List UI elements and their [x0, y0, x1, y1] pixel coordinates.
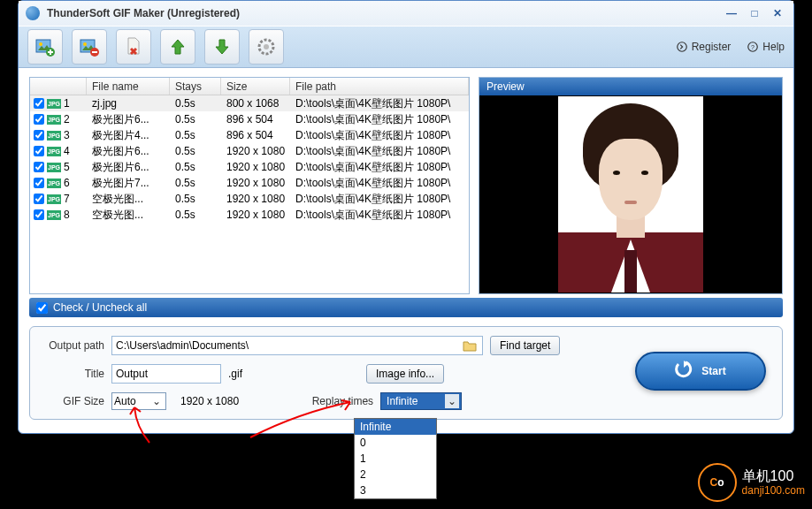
row-checkbox[interactable]: [34, 114, 44, 125]
cell-filepath: D:\tools\桌面\4K壁纸图片 1080P\: [290, 208, 469, 223]
dropdown-option[interactable]: 1: [355, 451, 436, 467]
find-target-button[interactable]: Find target: [490, 336, 560, 355]
check-all-bar[interactable]: Check / Uncheck all: [29, 298, 783, 317]
dropdown-option[interactable]: Infinite: [355, 419, 436, 435]
start-button[interactable]: Start: [635, 352, 766, 391]
check-all-checkbox[interactable]: [36, 302, 48, 314]
cell-filepath: D:\tools\桌面\4K壁纸图片 1080P\: [290, 112, 469, 127]
move-down-button[interactable]: [204, 29, 240, 65]
output-path-field[interactable]: [116, 337, 461, 354]
table-row[interactable]: JPG4极光图片6...0.5s1920 x 1080D:\tools\桌面\4…: [30, 143, 469, 159]
table-row[interactable]: JPG3极光图片4...0.5s896 x 504D:\tools\桌面\4K壁…: [30, 127, 469, 143]
cell-filename: 极光图片4...: [87, 128, 170, 143]
cell-filename: 空极光图...: [87, 192, 170, 207]
cell-size: 896 x 504: [221, 129, 290, 141]
cell-stays: 0.5s: [170, 177, 221, 189]
cell-filepath: D:\tools\桌面\4K壁纸图片 1080P\: [290, 96, 469, 111]
options-panel: Output path Find target Title .gif Image…: [29, 326, 783, 420]
gif-size-dims: 1920 x 1080: [180, 395, 239, 407]
title-label: Title: [41, 368, 104, 380]
col-size[interactable]: Size: [221, 78, 290, 95]
preview-label: Preview: [479, 78, 782, 95]
move-up-button[interactable]: [160, 29, 195, 65]
cell-stays: 0.5s: [170, 193, 221, 205]
cell-stays: 0.5s: [170, 145, 221, 157]
table-row[interactable]: JPG2极光图片6...0.5s896 x 504D:\tools\桌面\4K壁…: [30, 111, 469, 127]
output-path-label: Output path: [41, 339, 104, 352]
jpg-icon: JPG: [47, 147, 61, 156]
table-row[interactable]: JPG1zj.jpg0.5s800 x 1068D:\tools\桌面\4K壁纸…: [30, 95, 469, 111]
add-image-button[interactable]: [27, 29, 63, 65]
preview-image: [479, 95, 782, 293]
cell-size: 1920 x 1080: [221, 193, 290, 205]
cell-size: 1920 x 1080: [221, 177, 290, 189]
row-checkbox[interactable]: [34, 194, 44, 204]
svg-point-4: [83, 42, 87, 46]
row-checkbox[interactable]: [34, 178, 44, 188]
settings-button[interactable]: [249, 29, 284, 65]
replay-dropdown[interactable]: Infinite0123: [354, 418, 437, 499]
table-row[interactable]: JPG8空极光图...0.5s1920 x 1080D:\tools\桌面\4K…: [30, 207, 469, 223]
watermark-url: danji100.com: [742, 484, 805, 497]
replay-times-select[interactable]: Infinite⌄: [380, 392, 462, 410]
gif-size-select[interactable]: Auto⌄: [111, 392, 166, 410]
watermark-logo: Co: [698, 463, 737, 502]
row-checkbox[interactable]: [34, 162, 44, 172]
file-list: File name Stays Size File path JPG1zj.jp…: [29, 77, 470, 294]
cell-stays: 0.5s: [170, 97, 221, 110]
gif-size-label: GIF Size: [41, 395, 104, 407]
col-stays[interactable]: Stays: [170, 78, 221, 95]
browse-folder-icon[interactable]: [461, 338, 479, 353]
toolbar: Register ?Help: [19, 26, 793, 68]
jpg-icon: JPG: [47, 194, 61, 204]
cell-filename: zj.jpg: [87, 97, 170, 110]
cell-filepath: D:\tools\桌面\4K壁纸图片 1080P\: [290, 144, 469, 159]
cell-filename: 极光图片6...: [87, 144, 170, 159]
cell-filename: 极光图片7...: [87, 176, 170, 191]
titlebar: ThunderSoft GIF Maker (Unregistered) — □…: [19, 1, 793, 26]
replay-label: Replay times: [304, 395, 373, 407]
register-link[interactable]: Register: [676, 41, 732, 53]
help-link[interactable]: ?Help: [747, 41, 785, 53]
close-button[interactable]: ✕: [769, 7, 786, 19]
title-input[interactable]: [111, 364, 221, 384]
cell-stays: 0.5s: [170, 161, 221, 173]
dropdown-option[interactable]: 0: [355, 435, 436, 451]
minimize-button[interactable]: —: [723, 7, 740, 19]
image-info-button[interactable]: Image info...: [366, 364, 444, 384]
cell-filepath: D:\tools\桌面\4K壁纸图片 1080P\: [290, 160, 469, 175]
cell-stays: 0.5s: [170, 209, 221, 221]
row-checkbox[interactable]: [34, 130, 44, 141]
list-header: File name Stays Size File path: [30, 78, 469, 95]
cell-size: 1920 x 1080: [221, 161, 290, 173]
table-row[interactable]: JPG7空极光图...0.5s1920 x 1080D:\tools\桌面\4K…: [30, 191, 469, 207]
cell-stays: 0.5s: [170, 113, 221, 125]
cell-filename: 极光图片6...: [87, 112, 170, 127]
remove-image-button[interactable]: [72, 29, 107, 65]
delete-file-button[interactable]: [116, 29, 151, 65]
cell-filepath: D:\tools\桌面\4K壁纸图片 1080P\: [290, 192, 469, 207]
table-row[interactable]: JPG6极光图片7...0.5s1920 x 1080D:\tools\桌面\4…: [30, 175, 469, 191]
jpg-icon: JPG: [47, 99, 61, 109]
cell-stays: 0.5s: [170, 129, 221, 141]
jpg-icon: JPG: [47, 115, 61, 125]
cell-filepath: D:\tools\桌面\4K壁纸图片 1080P\: [290, 128, 469, 143]
row-checkbox[interactable]: [34, 98, 44, 109]
table-row[interactable]: JPG5极光图片6...0.5s1920 x 1080D:\tools\桌面\4…: [30, 159, 469, 175]
cell-filepath: D:\tools\桌面\4K壁纸图片 1080P\: [290, 176, 469, 191]
watermark-cn: 单机100: [742, 467, 805, 484]
window-title: ThunderSoft GIF Maker (Unregistered): [47, 7, 240, 19]
watermark: Co 单机100 danji100.com: [698, 463, 805, 502]
dropdown-option[interactable]: 2: [355, 467, 436, 482]
dropdown-option[interactable]: 3: [355, 482, 436, 498]
row-checkbox[interactable]: [34, 209, 44, 220]
col-filename[interactable]: File name: [87, 78, 170, 95]
jpg-icon: JPG: [47, 210, 61, 220]
col-filepath[interactable]: File path: [290, 78, 469, 95]
row-checkbox[interactable]: [34, 146, 44, 156]
preview-panel: Preview: [479, 77, 783, 294]
cell-filename: 极光图片6...: [87, 160, 170, 175]
jpg-icon: JPG: [47, 131, 61, 141]
maximize-button[interactable]: □: [746, 7, 763, 19]
output-path-input[interactable]: [111, 336, 483, 355]
